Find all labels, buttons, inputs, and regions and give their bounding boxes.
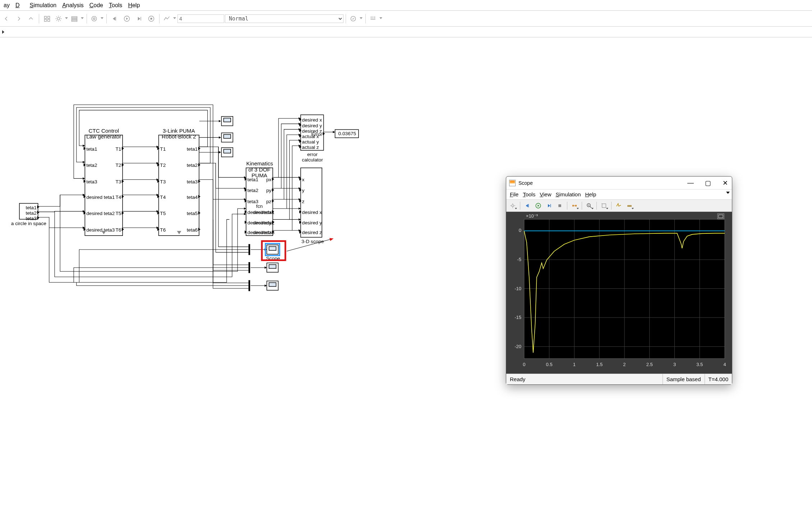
- svg-rect-2: [45, 19, 47, 21]
- svg-text:2.5: 2.5: [646, 362, 653, 367]
- svg-marker-22: [2, 30, 4, 34]
- scope-mini-2[interactable]: [221, 133, 233, 142]
- label-3d-scope: 3-D scope: [297, 239, 328, 244]
- mux-2[interactable]: [249, 262, 250, 273]
- menu-analysis[interactable]: Analysis: [60, 1, 86, 9]
- block-3d-scope[interactable]: x y z desired x desired y desired z: [300, 168, 322, 238]
- signal-logging-button[interactable]: [89, 13, 104, 24]
- menu-simulation[interactable]: Simulation: [27, 1, 59, 9]
- simulation-mode-select[interactable]: Normal: [225, 14, 343, 23]
- build-button[interactable]: [368, 13, 383, 24]
- scope-highlighted[interactable]: [267, 245, 278, 254]
- port-kin-out-2: py: [266, 188, 271, 193]
- port-puma-in-4: T4: [160, 194, 166, 200]
- menu-help[interactable]: Help: [126, 1, 142, 9]
- scope-stop-button[interactable]: [555, 201, 565, 210]
- svg-rect-3: [48, 19, 50, 21]
- port-ctc-out-3: T3: [115, 179, 121, 184]
- scope-run-button[interactable]: [533, 201, 543, 210]
- block-kinematics[interactable]: Kinematics of 3 DOF PUMA teta1 teta2 tet…: [246, 168, 273, 236]
- scope-menu-tools[interactable]: Tools: [521, 191, 537, 198]
- scope-measurements-button[interactable]: [624, 201, 635, 210]
- mux-1[interactable]: [249, 244, 250, 255]
- port-puma-in-1: T1: [160, 146, 166, 152]
- port-ctc-out-6: T6: [115, 227, 121, 233]
- back-button[interactable]: [1, 13, 12, 24]
- model-explorer-button[interactable]: [69, 13, 84, 24]
- scope-menu-file[interactable]: File: [508, 191, 520, 198]
- step-back-button[interactable]: [109, 13, 120, 24]
- scope-window[interactable]: Scope — ▢ ✕ File Tools View Simulation H…: [506, 176, 732, 385]
- scope-mini-3[interactable]: [221, 147, 233, 157]
- scope-bottom-3[interactable]: [267, 281, 278, 291]
- model-config-button[interactable]: [54, 13, 69, 24]
- data-inspector-button[interactable]: [162, 13, 177, 24]
- port-puma-out-2: teta2: [187, 163, 198, 168]
- scope-titlebar[interactable]: Scope — ▢ ✕: [506, 177, 732, 190]
- port-kin-out-1: px: [266, 177, 271, 182]
- svg-rect-51: [572, 205, 574, 206]
- title-puma: 3-Link PUMA Robot-Block 2: [159, 128, 199, 140]
- explorer-bar[interactable]: [0, 27, 812, 37]
- scope-autoscale-button[interactable]: [599, 201, 609, 210]
- scope-trigger-button[interactable]: [569, 201, 580, 210]
- svg-rect-17: [151, 18, 152, 19]
- block-display[interactable]: 0.03675: [335, 129, 359, 138]
- scope-toolbar: [506, 200, 732, 212]
- scope-bottom-2[interactable]: [267, 262, 278, 272]
- port-puma-out-3: teta3: [187, 179, 198, 184]
- minimize-button[interactable]: —: [687, 179, 695, 187]
- scope-zoom-button[interactable]: [584, 201, 594, 210]
- menu-tools[interactable]: Tools: [107, 1, 124, 9]
- forward-button[interactable]: [13, 13, 24, 24]
- port-ctc-out-2: T2: [115, 163, 121, 168]
- scope-config-button[interactable]: [508, 201, 518, 210]
- up-button[interactable]: [25, 13, 37, 24]
- svg-rect-1: [48, 16, 50, 18]
- block-puma[interactable]: 3-Link PUMA Robot-Block 2 T1 T2 T3 T4 T5…: [158, 135, 199, 236]
- stop-time-field[interactable]: [177, 14, 224, 23]
- scope-plot[interactable]: ×10⁻³ 0 -5 -10 -15 -20 0 0.5 1 1.5 2 2.5…: [506, 212, 732, 374]
- scope-stepfwd-button[interactable]: [544, 201, 554, 210]
- menu-ay[interactable]: ay: [1, 1, 12, 9]
- label-source: a circle in space: [5, 220, 52, 226]
- svg-text:0: 0: [523, 362, 525, 367]
- chevron-down-icon: [177, 231, 181, 234]
- block-ctc[interactable]: CTC Control Law generator teta1 teta2 te…: [85, 135, 123, 236]
- svg-marker-44: [526, 204, 528, 207]
- x-ticks: 0 0.5 1 1.5 2 2.5 3 3.5 4: [523, 362, 726, 367]
- svg-text:-10: -10: [515, 286, 521, 291]
- step-forward-button[interactable]: [133, 13, 145, 24]
- expand-icon[interactable]: [726, 192, 730, 194]
- svg-rect-0: [45, 16, 47, 18]
- port-kin-out-4: desiredx: [253, 210, 272, 215]
- scope-statusbar: Ready Sample based T=4.000: [506, 374, 732, 384]
- menu-code[interactable]: Code: [87, 1, 105, 9]
- close-button[interactable]: ✕: [721, 179, 729, 187]
- port-puma-out-1: teta1: [187, 146, 198, 152]
- scope-stepback-button[interactable]: [522, 201, 532, 210]
- chevron-down-icon: [102, 231, 106, 234]
- scope-menu-help[interactable]: Help: [584, 191, 598, 198]
- run-button[interactable]: [121, 13, 133, 24]
- block-trajectory-source[interactable]: teta1 teta2 teta3: [19, 203, 38, 220]
- scope-menubar: File Tools View Simulation Help: [506, 190, 732, 200]
- block-error-calc[interactable]: desired x desired y desired z actual x a…: [300, 115, 324, 151]
- fast-restart-button[interactable]: [348, 13, 363, 24]
- svg-marker-48: [548, 204, 550, 207]
- svg-text:-20: -20: [515, 344, 521, 349]
- mux-3[interactable]: [249, 280, 250, 291]
- maximize-button[interactable]: ▢: [704, 179, 712, 187]
- port-puma-in-3: T3: [160, 179, 166, 184]
- menu-diagram[interactable]: D: [13, 1, 26, 9]
- port-puma-in-2: T2: [160, 163, 166, 168]
- scope-menu-simulation[interactable]: Simulation: [554, 191, 582, 198]
- stop-button[interactable]: [146, 13, 157, 24]
- scope-cursor-button[interactable]: [614, 201, 624, 210]
- port-kin-in-2: teta2: [248, 188, 258, 193]
- scope-mini-1[interactable]: [221, 116, 233, 126]
- svg-marker-10: [113, 17, 115, 20]
- library-browser-button[interactable]: [41, 13, 53, 24]
- scope-menu-view[interactable]: View: [538, 191, 553, 198]
- port-err-1: desired x: [302, 117, 322, 123]
